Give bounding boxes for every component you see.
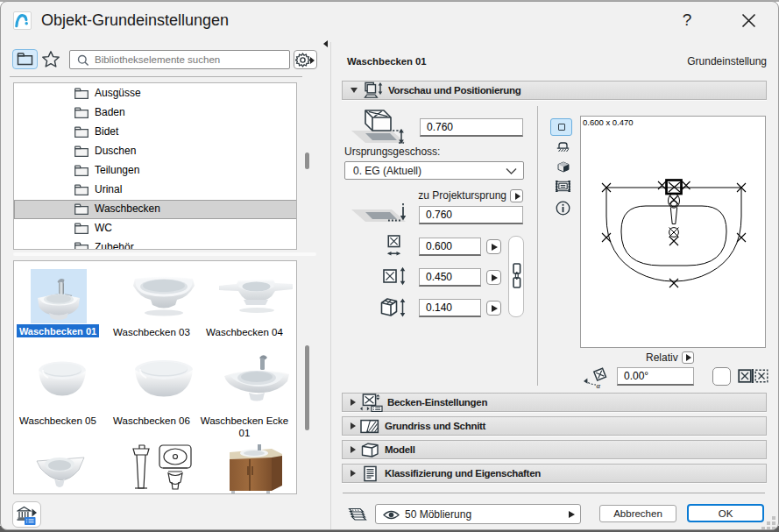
svg-text:α: α [597,381,601,389]
